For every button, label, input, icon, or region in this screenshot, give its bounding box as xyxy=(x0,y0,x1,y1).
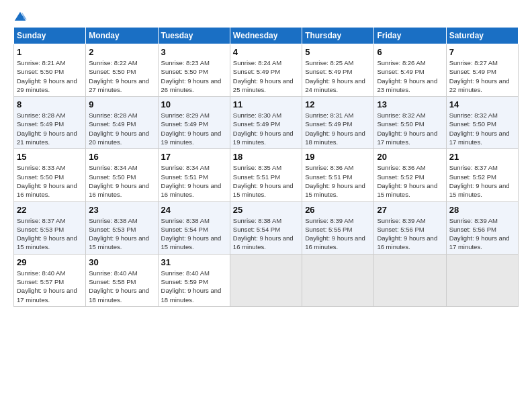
week-row-3: 8Sunrise: 8:28 AMSunset: 5:49 PMDaylight… xyxy=(14,97,519,149)
day-info: Daylight: 9 hours and 23 minutes. xyxy=(377,77,443,95)
day-info: Sunset: 5:49 PM xyxy=(449,67,515,76)
day-info: Sunrise: 8:39 AM xyxy=(377,216,443,225)
day-number: 31 xyxy=(161,257,227,267)
day-info: Daylight: 9 hours and 18 minutes. xyxy=(305,129,371,147)
day-info: Sunset: 5:52 PM xyxy=(449,173,515,181)
day-info: Sunset: 5:49 PM xyxy=(305,120,371,128)
day-number: 28 xyxy=(449,205,515,215)
calendar-cell: 17Sunrise: 8:34 AMSunset: 5:51 PMDayligh… xyxy=(158,149,230,201)
day-info: Daylight: 9 hours and 15 minutes. xyxy=(377,181,443,199)
day-info: Sunrise: 8:25 AM xyxy=(305,58,371,67)
day-number: 30 xyxy=(89,257,154,267)
calendar-cell: 22Sunrise: 8:37 AMSunset: 5:53 PMDayligh… xyxy=(14,201,86,254)
day-number: 20 xyxy=(377,152,443,162)
day-info: Sunrise: 8:37 AM xyxy=(17,216,83,225)
day-number: 21 xyxy=(449,152,515,162)
header xyxy=(13,11,519,23)
week-row-4: 15Sunrise: 8:33 AMSunset: 5:50 PMDayligh… xyxy=(14,149,519,201)
calendar-cell: 28Sunrise: 8:39 AMSunset: 5:56 PMDayligh… xyxy=(446,201,518,254)
header-cell-wednesday: Wednesday xyxy=(230,28,302,44)
day-info: Sunset: 5:53 PM xyxy=(89,225,154,234)
day-info: Sunrise: 8:38 AM xyxy=(161,216,227,225)
header-cell-tuesday: Tuesday xyxy=(158,28,230,44)
day-number: 24 xyxy=(161,205,227,215)
day-info: Daylight: 9 hours and 16 minutes. xyxy=(161,181,227,199)
day-info: Daylight: 9 hours and 25 minutes. xyxy=(233,77,299,95)
day-info: Sunset: 5:50 PM xyxy=(89,173,154,181)
day-info: Sunset: 5:54 PM xyxy=(233,225,299,234)
day-number: 16 xyxy=(89,152,154,162)
day-info: Sunrise: 8:36 AM xyxy=(305,163,371,172)
header-cell-thursday: Thursday xyxy=(302,28,374,44)
day-info: Sunrise: 8:40 AM xyxy=(17,269,83,277)
calendar-cell: 24Sunrise: 8:38 AMSunset: 5:54 PMDayligh… xyxy=(158,201,230,254)
day-info: Sunset: 5:49 PM xyxy=(17,120,83,128)
week-row-5: 22Sunrise: 8:37 AMSunset: 5:53 PMDayligh… xyxy=(14,201,519,254)
day-info: Daylight: 9 hours and 24 minutes. xyxy=(305,77,371,95)
day-info: Sunrise: 8:26 AM xyxy=(377,58,443,67)
day-info: Sunset: 5:49 PM xyxy=(305,67,371,76)
day-info: Sunrise: 8:23 AM xyxy=(161,58,227,67)
header-cell-sunday: Sunday xyxy=(14,28,86,44)
day-number: 2 xyxy=(89,47,154,57)
day-info: Sunrise: 8:21 AM xyxy=(17,58,83,67)
calendar-cell: 7Sunrise: 8:27 AMSunset: 5:49 PMDaylight… xyxy=(446,44,518,97)
day-info: Daylight: 9 hours and 16 minutes. xyxy=(17,181,83,199)
day-info: Sunset: 5:54 PM xyxy=(161,225,227,234)
day-info: Sunset: 5:58 PM xyxy=(89,277,154,286)
day-number: 13 xyxy=(377,99,443,109)
calendar-cell: 26Sunrise: 8:39 AMSunset: 5:55 PMDayligh… xyxy=(302,201,374,254)
calendar-cell: 21Sunrise: 8:37 AMSunset: 5:52 PMDayligh… xyxy=(446,149,518,201)
header-cell-saturday: Saturday xyxy=(446,28,518,44)
day-info: Sunset: 5:51 PM xyxy=(305,173,371,181)
day-info: Sunset: 5:56 PM xyxy=(377,225,443,234)
day-number: 6 xyxy=(377,47,443,57)
day-number: 14 xyxy=(449,99,515,109)
calendar-cell: 1Sunrise: 8:21 AMSunset: 5:50 PMDaylight… xyxy=(14,44,86,97)
header-row: SundayMondayTuesdayWednesdayThursdayFrid… xyxy=(14,28,519,44)
week-row-2: 1Sunrise: 8:21 AMSunset: 5:50 PMDaylight… xyxy=(14,44,519,97)
day-info: Sunrise: 8:36 AM xyxy=(377,163,443,172)
day-info: Sunset: 5:53 PM xyxy=(17,225,83,234)
week-row-6: 29Sunrise: 8:40 AMSunset: 5:57 PMDayligh… xyxy=(14,254,519,306)
day-info: Sunrise: 8:32 AM xyxy=(377,111,443,120)
day-info: Sunrise: 8:34 AM xyxy=(89,163,154,172)
day-info: Daylight: 9 hours and 16 minutes. xyxy=(377,234,443,252)
day-info: Daylight: 9 hours and 15 minutes. xyxy=(449,181,515,199)
day-info: Daylight: 9 hours and 26 minutes. xyxy=(161,77,227,95)
calendar-cell xyxy=(374,254,446,306)
day-info: Sunset: 5:49 PM xyxy=(89,120,154,128)
day-info: Sunset: 5:57 PM xyxy=(17,277,83,286)
day-info: Daylight: 9 hours and 20 minutes. xyxy=(89,129,154,147)
calendar-cell: 2Sunrise: 8:22 AMSunset: 5:50 PMDaylight… xyxy=(86,44,158,97)
day-info: Sunset: 5:50 PM xyxy=(17,173,83,181)
day-number: 12 xyxy=(305,99,371,109)
calendar-cell: 19Sunrise: 8:36 AMSunset: 5:51 PMDayligh… xyxy=(302,149,374,201)
day-info: Daylight: 9 hours and 21 minutes. xyxy=(17,129,83,147)
day-info: Sunrise: 8:35 AM xyxy=(233,163,299,172)
calendar-cell: 23Sunrise: 8:38 AMSunset: 5:53 PMDayligh… xyxy=(86,201,158,254)
day-number: 1 xyxy=(17,47,83,57)
calendar-body: 1Sunrise: 8:21 AMSunset: 5:50 PMDaylight… xyxy=(14,44,519,307)
day-info: Sunrise: 8:40 AM xyxy=(161,269,227,277)
day-info: Daylight: 9 hours and 15 minutes. xyxy=(89,234,154,252)
day-info: Daylight: 9 hours and 15 minutes. xyxy=(305,181,371,199)
calendar-cell: 25Sunrise: 8:38 AMSunset: 5:54 PMDayligh… xyxy=(230,201,302,254)
day-info: Sunset: 5:51 PM xyxy=(161,173,227,181)
day-info: Sunrise: 8:38 AM xyxy=(89,216,154,225)
day-info: Sunrise: 8:24 AM xyxy=(233,58,299,67)
day-number: 15 xyxy=(17,152,83,162)
day-info: Sunset: 5:55 PM xyxy=(305,225,371,234)
day-info: Sunset: 5:50 PM xyxy=(89,67,154,76)
day-number: 19 xyxy=(305,152,371,162)
day-info: Sunset: 5:59 PM xyxy=(161,277,227,286)
day-info: Sunset: 5:50 PM xyxy=(377,120,443,128)
day-info: Sunset: 5:50 PM xyxy=(17,67,83,76)
day-number: 8 xyxy=(17,99,83,109)
day-info: Sunrise: 8:34 AM xyxy=(161,163,227,172)
logo-icon xyxy=(13,11,27,23)
header-cell-monday: Monday xyxy=(86,28,158,44)
day-number: 10 xyxy=(161,99,227,109)
calendar-cell: 31Sunrise: 8:40 AMSunset: 5:59 PMDayligh… xyxy=(158,254,230,306)
day-info: Sunrise: 8:39 AM xyxy=(449,216,515,225)
